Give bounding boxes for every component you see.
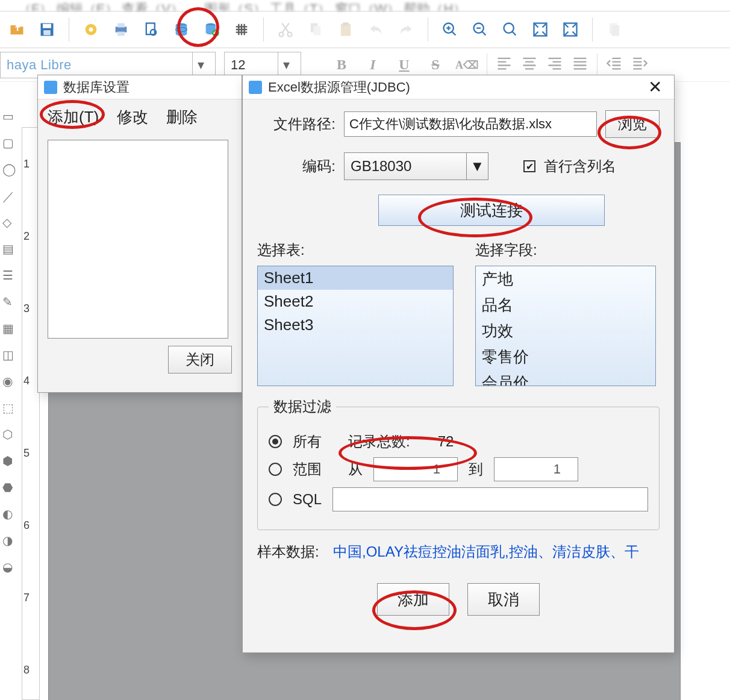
svg-rect-1: [43, 24, 51, 28]
align-justify-button[interactable]: [572, 55, 588, 75]
svg-point-15: [288, 33, 292, 37]
italic-button[interactable]: I: [361, 54, 384, 77]
app-icon: [44, 81, 57, 94]
tool-icon[interactable]: ◒: [2, 560, 16, 573]
list-item[interactable]: Sheet2: [258, 290, 453, 313]
radio-range[interactable]: [269, 463, 282, 476]
tool-icon[interactable]: ⬢: [2, 454, 16, 467]
tool-icon[interactable]: ▤: [2, 242, 16, 255]
test-connection-button[interactable]: 测试连接: [378, 195, 605, 226]
font-name-value: haya Libre: [7, 57, 72, 73]
to-input[interactable]: [494, 457, 578, 481]
radio-range-label: 范围: [293, 460, 322, 479]
indent-right-button[interactable]: [631, 55, 648, 75]
clear-format-button[interactable]: A⌫: [455, 54, 478, 77]
indent-left-button[interactable]: [606, 55, 623, 75]
svg-rect-6: [117, 23, 125, 28]
ruler-num: 4: [23, 375, 30, 387]
font-name-combo[interactable]: haya Libre ▾: [0, 52, 216, 78]
list-item[interactable]: 品名: [476, 292, 655, 318]
open-icon[interactable]: [7, 20, 27, 39]
sql-input[interactable]: [332, 487, 648, 511]
table-list[interactable]: Sheet1 Sheet2 Sheet3: [257, 266, 454, 386]
underline-button[interactable]: U: [393, 54, 416, 77]
encoding-combo[interactable]: GB18030 ▼: [344, 152, 488, 180]
tool-icon[interactable]: ◇: [2, 215, 16, 228]
total-label: 记录总数:: [348, 432, 410, 451]
zoom-reset-icon[interactable]: [501, 20, 520, 39]
page-setup-icon: [605, 20, 624, 39]
save-icon[interactable]: [37, 20, 57, 39]
align-center-button[interactable]: [521, 55, 538, 75]
tool-icon[interactable]: ▦: [2, 321, 16, 334]
zoom-in-icon[interactable]: [440, 20, 460, 39]
ok-button[interactable]: 添加: [377, 583, 449, 616]
from-input[interactable]: [373, 457, 458, 481]
tool-icon[interactable]: ✎: [2, 295, 16, 308]
zoom-out-icon[interactable]: [470, 20, 490, 39]
field-list[interactable]: 产地 品名 功效 零售价 会员价: [475, 266, 656, 386]
print-icon[interactable]: [111, 20, 131, 39]
align-right-button[interactable]: [546, 55, 563, 75]
tool-icon[interactable]: ⬡: [2, 427, 16, 440]
from-label: 从: [348, 460, 363, 479]
gear-icon[interactable]: [81, 20, 101, 39]
database-icon[interactable]: [172, 20, 191, 39]
preview-icon[interactable]: [142, 20, 161, 39]
filter-legend: 数据过滤: [269, 397, 336, 416]
tab-modify[interactable]: 修改: [117, 107, 148, 128]
close-icon[interactable]: ✕: [641, 75, 668, 99]
list-item[interactable]: Sheet3: [258, 313, 453, 337]
tab-delete[interactable]: 删除: [166, 107, 198, 128]
fit-page-icon[interactable]: [531, 20, 550, 39]
strike-button[interactable]: S: [424, 54, 447, 77]
list-item[interactable]: 功效: [476, 318, 655, 344]
ruler-num: 7: [23, 592, 30, 604]
cancel-button[interactable]: 取消: [467, 583, 540, 616]
main-toolbar: [0, 11, 730, 48]
tab-add[interactable]: 添加(T): [48, 107, 99, 128]
workspace: ▭ ▢ ◯ ／ ◇ ▤ ☰ ✎ ▦ ◫ ◉ ⬚ ⬡ ⬢ ⬣ ◐ ◑ ◒ 1 2 …: [0, 82, 730, 700]
tool-icon[interactable]: ◫: [2, 348, 16, 361]
list-item[interactable]: 会员价: [476, 370, 655, 386]
tool-icon[interactable]: ⬣: [2, 480, 16, 493]
chevron-down-icon[interactable]: ▾: [278, 52, 295, 78]
tool-icon[interactable]: ◑: [2, 533, 16, 546]
chevron-down-icon[interactable]: ▾: [192, 52, 209, 78]
tool-icon[interactable]: ⬚: [2, 401, 16, 414]
svg-rect-19: [343, 22, 348, 25]
chevron-down-icon[interactable]: ▼: [466, 153, 488, 180]
database-add-icon[interactable]: [202, 20, 221, 39]
dialog-titlebar[interactable]: Excel数据源管理(JDBC) ✕: [243, 75, 674, 99]
list-item[interactable]: 零售价: [476, 344, 655, 370]
paste-icon: [336, 20, 355, 39]
grid-icon[interactable]: [232, 20, 251, 39]
close-button[interactable]: 关闭: [168, 346, 232, 373]
radio-all-label: 所有: [293, 432, 322, 451]
path-input[interactable]: [344, 111, 597, 137]
sample-data: 中国,OLAY祛痘控油洁面乳,控油、清洁皮肤、干: [333, 543, 639, 560]
tool-icon[interactable]: ▢: [2, 136, 16, 149]
align-left-button[interactable]: [496, 55, 513, 75]
bold-button[interactable]: B: [330, 54, 353, 77]
radio-sql[interactable]: [269, 493, 282, 506]
tool-icon[interactable]: ／: [2, 189, 16, 202]
datasource-list[interactable]: [48, 140, 228, 339]
tool-icon[interactable]: ▭: [2, 109, 16, 122]
fit-width-icon[interactable]: [561, 20, 580, 39]
svg-point-22: [504, 23, 514, 33]
tool-icon[interactable]: ☰: [2, 268, 16, 281]
filter-group: 数据过滤 所有 记录总数: 72 范围 从 到: [257, 397, 660, 530]
encoding-label: 编码:: [257, 157, 335, 176]
firstrow-checkbox[interactable]: ✔: [523, 160, 535, 172]
tool-icon[interactable]: ◐: [2, 507, 16, 520]
tool-icon[interactable]: ◯: [2, 162, 16, 175]
browse-button[interactable]: 浏览: [605, 110, 660, 138]
path-label: 文件路径:: [257, 114, 335, 134]
dialog-titlebar[interactable]: 数据库设置: [38, 75, 242, 99]
radio-all[interactable]: [269, 435, 282, 448]
tool-icon[interactable]: ◉: [2, 374, 16, 387]
list-item[interactable]: 产地: [476, 266, 655, 292]
font-size-combo[interactable]: 12 ▾: [224, 52, 301, 78]
list-item[interactable]: Sheet1: [258, 266, 453, 290]
